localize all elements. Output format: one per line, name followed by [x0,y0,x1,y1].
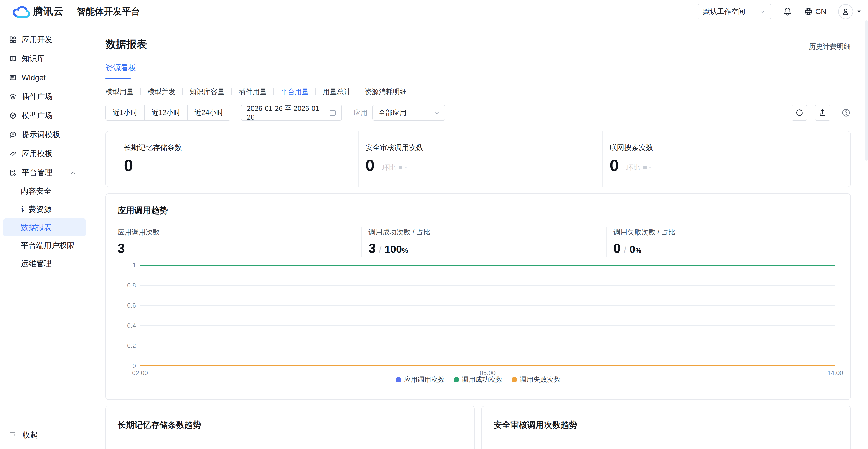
gridline [140,346,835,346]
sidebar-collapse-button[interactable]: 收起 [0,426,89,444]
chevron-up-icon [69,169,77,176]
trend-stat-label: 调用失败次数 / 占比 [613,228,850,237]
subtab-平台用量[interactable]: 平台用量 [281,87,309,97]
quick-range-近12小时[interactable]: 近12小时 [145,105,187,120]
date-range-value: 2026-01-26 至 2026-01-26 [247,104,329,122]
legend-dot-icon [396,377,401,383]
subtab-separator [182,89,183,95]
subtab-用量总计[interactable]: 用量总计 [323,87,351,97]
page-title: 数据报表 [105,37,147,51]
export-icon [818,109,827,117]
billing-history-link[interactable]: 历史计费明细 [809,42,851,51]
ratio-marker-icon [399,166,402,169]
legend-item-调用失败次数[interactable]: 调用失败次数 [512,375,560,384]
trend-stat-应用调用次数: 应用调用次数3 [106,228,361,257]
memory-trend-card: 长期记忆存储条数趋势 1 [105,406,475,449]
subtab-模型用量[interactable]: 模型用量 [105,87,133,97]
ratio-value: - [649,163,651,171]
legend-label: 应用调用次数 [404,375,445,384]
locale-switcher[interactable]: CN [804,7,827,16]
y-axis-tick: 1 [109,262,136,269]
help-icon[interactable] [841,108,851,117]
scrollbar-thumb[interactable] [865,20,868,161]
sidebar-item-提示词模板[interactable]: 提示词模板 [0,125,89,144]
globe-icon [804,7,813,16]
app-filter-label: 应用 [353,108,368,117]
collapse-icon [9,431,17,439]
user-avatar[interactable] [838,4,853,19]
refresh-icon [795,109,804,117]
subtab-模型并发[interactable]: 模型并发 [148,87,176,97]
caret-down-icon[interactable] [856,9,862,14]
date-range-picker[interactable]: 2026-01-26 至 2026-01-26 [241,105,342,121]
ratio-indicator: 环比- [382,163,407,172]
sidebar-item-模型广场[interactable]: 模型广场 [0,106,89,125]
app-select-value: 全部应用 [378,108,406,117]
ratio-label: 环比 [626,163,640,172]
legend-item-调用成功次数[interactable]: 调用成功次数 [454,375,502,384]
widget-icon [9,74,17,82]
summary-stat-value: 0 [610,157,619,174]
subtab-separator [358,89,358,95]
refresh-button[interactable] [792,105,807,121]
sidebar-subitem-平台端用户权限[interactable]: 平台端用户权限 [3,237,86,255]
memory-trend-title: 长期记忆存储条数趋势 [106,419,474,431]
page-scrollbar [865,23,868,449]
person-icon [841,7,850,16]
trend-stat-调用成功次数 / 占比: 调用成功次数 / 占比3/100% [361,228,606,257]
trend-stat-unit: % [402,247,408,255]
subtab-资源消耗明细[interactable]: 资源消耗明细 [365,87,407,97]
sidebar-item-知识库[interactable]: 知识库 [0,49,89,68]
trend-card-title: 应用调用趋势 [106,194,850,216]
subtab-知识库容量[interactable]: 知识库容量 [189,87,224,97]
quick-range-近1小时[interactable]: 近1小时 [106,105,145,120]
legend-label: 调用失败次数 [520,375,560,384]
value-separator: / [624,245,626,255]
sidebar-subitem-数据报表[interactable]: 数据报表 [3,218,86,237]
summary-stat-安全审核调用次数: 安全审核调用次数0环比- [358,131,602,187]
sidebar-item-插件广场[interactable]: 插件广场 [0,87,89,106]
subtab-插件用量[interactable]: 插件用量 [239,87,267,97]
sidebar-subitem-运维管理[interactable]: 运维管理 [3,255,86,273]
sidebar-item-应用开发[interactable]: 应用开发 [0,30,89,49]
app-select[interactable]: 全部应用 [372,105,445,121]
sidebar-subitem-内容安全[interactable]: 内容安全 [3,182,86,200]
chart-legend: 应用调用次数调用成功次数调用失败次数 [106,375,850,384]
chevron-down-icon [759,8,766,15]
sidebar-subitem-计费资源[interactable]: 计费资源 [3,200,86,218]
ratio-value: - [405,163,407,171]
workspace-value: 默认工作空间 [703,7,745,16]
subtab-separator [273,89,274,95]
sidebar-item-label: 提示词模板 [22,129,82,140]
sidebar-item-平台管理[interactable]: 平台管理 [0,163,89,182]
subtab-separator [140,89,141,95]
trend-stat-调用失败次数 / 占比: 调用失败次数 / 占比0/0% [606,228,850,257]
notification-bell-icon[interactable] [783,7,792,16]
summary-stat-label: 长期记忆存储条数 [124,143,358,153]
legend-dot-icon [512,377,517,383]
prompt-icon [9,131,17,139]
y-axis-tick: 0.8 [109,282,136,289]
book-icon [9,55,17,62]
brand-divider [70,6,70,17]
export-button[interactable] [815,105,831,121]
trend-stat-value: 3 [368,241,376,256]
subtab-bar: 模型用量模型并发知识库容量插件用量平台用量用量总计资源消耗明细 [105,87,851,97]
trend-stat-value: 0 [613,241,621,256]
chevron-down-icon [434,109,440,116]
summary-stat-label: 联网搜索次数 [610,143,850,153]
quick-range-近24小时[interactable]: 近24小时 [188,105,230,120]
sidebar: 应用开发知识库Widget插件广场模型广场提示词模板应用模板平台管理内容安全计费… [0,23,89,449]
sidebar-item-label: 平台管理 [22,168,69,178]
sidebar-item-label: Widget [22,73,82,82]
y-axis-tick: 0.6 [109,302,136,309]
template-icon [9,150,17,157]
sidebar-item-应用模板[interactable]: 应用模板 [0,144,89,163]
legend-item-应用调用次数[interactable]: 应用调用次数 [396,375,445,384]
sidebar-collapse-label: 收起 [23,430,38,440]
tab-active-indicator [105,78,131,80]
tab-resource-dashboard[interactable]: 资源看板 [105,63,136,79]
workspace-select[interactable]: 默认工作空间 [698,4,771,20]
bottom-cards-row: 长期记忆存储条数趋势 1 安全审核调用次数趋势 1 [105,406,851,449]
sidebar-item-Widget[interactable]: Widget [0,68,89,87]
